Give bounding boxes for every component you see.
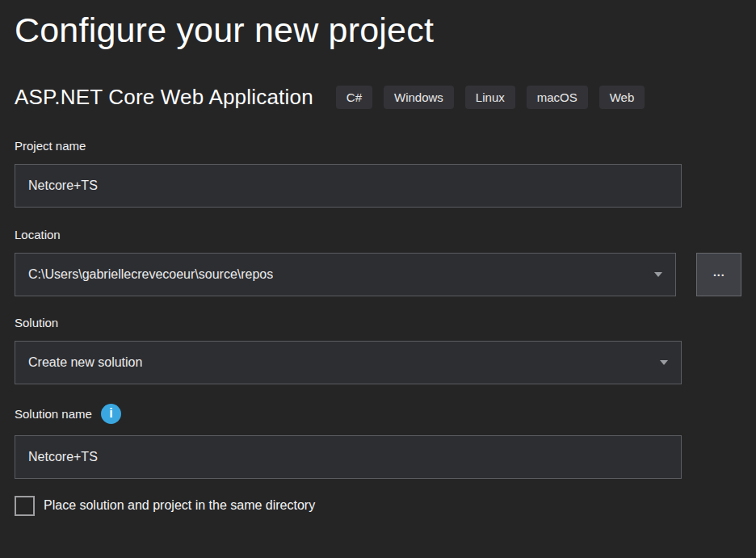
chevron-down-icon bbox=[660, 360, 668, 365]
configure-project-dialog: Configure your new project ASP.NET Core … bbox=[0, 0, 756, 516]
project-name-input[interactable] bbox=[15, 164, 682, 208]
location-combobox[interactable]: C:\Users\gabriellecrevecoeur\source\repo… bbox=[15, 253, 676, 296]
solution-name-label-row: Solution name i bbox=[15, 404, 741, 424]
tag-csharp: C# bbox=[336, 86, 372, 109]
tag-macos: macOS bbox=[527, 86, 588, 109]
solution-name-input[interactable] bbox=[15, 435, 682, 479]
browse-location-button[interactable]: ... bbox=[696, 253, 741, 296]
location-value: C:\Users\gabriellecrevecoeur\source\repo… bbox=[28, 267, 273, 282]
solution-value: Create new solution bbox=[28, 355, 142, 370]
location-row: C:\Users\gabriellecrevecoeur\source\repo… bbox=[15, 253, 741, 296]
solution-label: Solution bbox=[15, 316, 741, 329]
same-directory-label[interactable]: Place solution and project in the same d… bbox=[44, 498, 315, 513]
same-directory-row: Place solution and project in the same d… bbox=[15, 496, 741, 516]
project-name-label: Project name bbox=[15, 139, 741, 153]
template-name: ASP.NET Core Web Application bbox=[15, 85, 313, 110]
template-header: ASP.NET Core Web Application C# Windows … bbox=[15, 85, 741, 110]
solution-name-label: Solution name bbox=[15, 407, 92, 421]
tag-web: Web bbox=[599, 86, 645, 109]
tag-linux: Linux bbox=[465, 86, 515, 109]
tag-windows: Windows bbox=[384, 86, 454, 109]
template-tags: C# Windows Linux macOS Web bbox=[336, 86, 645, 109]
info-icon[interactable]: i bbox=[101, 404, 121, 424]
location-label: Location bbox=[15, 228, 741, 241]
page-title: Configure your new project bbox=[15, 10, 741, 51]
solution-combobox[interactable]: Create new solution bbox=[15, 341, 682, 384]
same-directory-checkbox[interactable] bbox=[15, 496, 35, 516]
chevron-down-icon bbox=[654, 272, 662, 277]
